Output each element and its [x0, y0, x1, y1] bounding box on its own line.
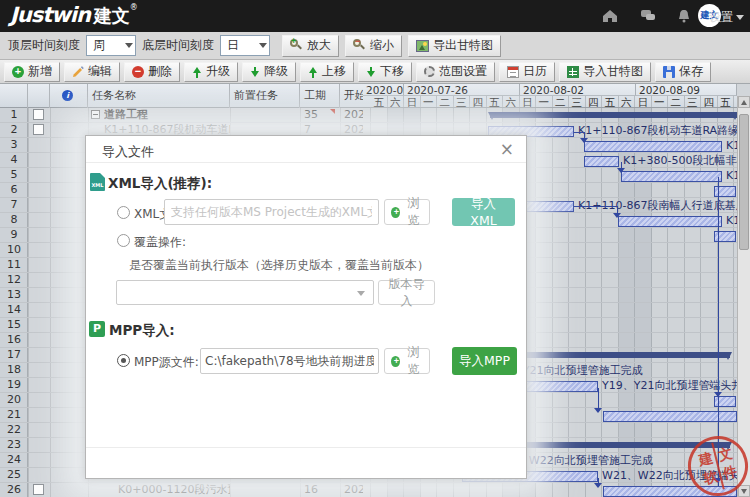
row-checkbox[interactable] [33, 484, 44, 495]
chevron-down-icon [736, 15, 744, 20]
chevron-down-icon [357, 291, 365, 296]
dependency-arrow-icon [617, 168, 625, 173]
mpp-file-radio[interactable] [117, 354, 130, 367]
gantt-bar[interactable] [584, 156, 619, 167]
version-import-button[interactable]: 版本导入 [378, 280, 435, 305]
gantt-bar[interactable] [621, 171, 722, 182]
xml-browse-button[interactable]: 浏览 [384, 199, 430, 225]
add-button[interactable]: 新增 [4, 62, 60, 82]
day-header-cell: 四 [470, 96, 487, 108]
row-number: 2 [0, 123, 28, 137]
magnifier-plus-icon: + [290, 39, 303, 52]
xml-file-radio[interactable] [117, 206, 130, 219]
row-number: 15 [0, 318, 28, 332]
delete-button[interactable]: 删除 [124, 62, 180, 82]
row-number: 1 [0, 108, 28, 122]
info-icon: i [62, 90, 73, 101]
zoom-in-button[interactable]: +放大 [282, 35, 339, 57]
close-icon[interactable]: × [500, 140, 514, 158]
export-gantt-button[interactable]: 导出甘特图 [408, 35, 501, 57]
gantt-bar[interactable] [618, 216, 722, 227]
predecessor-header: 前置任务 [230, 84, 300, 108]
row-checkbox[interactable] [33, 109, 44, 120]
app-logo: Justwin建文® [10, 3, 138, 28]
move-up-button[interactable]: 上移 [300, 62, 354, 82]
top-scale-select[interactable]: 周 [86, 35, 136, 56]
row-checkbox[interactable] [33, 124, 44, 135]
bottom-scale-select[interactable]: 日 [220, 35, 270, 56]
magnifier-minus-icon: − [353, 39, 366, 52]
gantt-grid-column [553, 108, 570, 497]
scrollbar-thumb[interactable] [739, 114, 749, 250]
overwrite-radio[interactable] [117, 234, 130, 247]
day-header-cell: 五 [371, 96, 388, 108]
notification-icon[interactable] [676, 9, 692, 23]
demote-button[interactable]: 降级 [242, 62, 296, 82]
row-number: 10 [0, 243, 28, 257]
row-number: 8 [0, 213, 28, 227]
vertical-scrollbar[interactable] [737, 96, 750, 497]
gantt-bar[interactable] [584, 141, 722, 152]
week-header-cell: 2020-08-02 [520, 84, 636, 96]
mpp-file-label: MPP源文件: [134, 354, 199, 371]
app-window: Justwin建文® 建文 设置 顶层时间刻度 周 底层时间刻度 日 +放大 −… [0, 0, 750, 497]
table-row[interactable]: 26K0+000-1120段污水预埋管井 25162020-0 [0, 483, 363, 497]
start-date-cell: 2020-7 [344, 108, 363, 122]
table-row[interactable]: 1道路工程352020-7 [0, 108, 363, 123]
collapse-toggle-icon[interactable] [91, 110, 100, 119]
note-marker-icon [330, 109, 335, 114]
scroll-down-arrow-icon[interactable] [738, 485, 750, 497]
promote-button[interactable]: 升级 [184, 62, 238, 82]
gantt-bar[interactable] [603, 411, 737, 422]
import-xml-button[interactable]: 导入XML [452, 198, 515, 226]
row-number: 13 [0, 288, 28, 302]
task-name-cell: K0+000-1120段污水预埋管井 25 [118, 483, 230, 497]
bar-label: K1+ [726, 140, 737, 152]
zoom-out-button[interactable]: −缩小 [345, 35, 402, 57]
row-number: 7 [0, 198, 28, 212]
messages-icon[interactable] [640, 9, 656, 23]
task-name-cell: 道路工程 [104, 108, 242, 122]
scroll-up-arrow-icon[interactable] [738, 96, 750, 108]
day-header-cell: 三 [569, 96, 586, 108]
day-header-cell: 一 [536, 96, 553, 108]
settings-menu[interactable]: 设置 [709, 9, 744, 26]
bar-label: K1+ [726, 215, 737, 227]
import-gantt-button[interactable]: 导入甘特图 [559, 62, 651, 82]
calendar-button[interactable]: 日历 [499, 62, 555, 82]
dependency-arrow-icon [580, 138, 588, 143]
week-header-cell: 2020-08-09 [636, 84, 737, 96]
save-button[interactable]: 保存 [655, 62, 711, 82]
mpp-file-input[interactable] [200, 348, 379, 374]
minus-circle-icon [132, 66, 144, 78]
dependency-arrow-icon [594, 483, 602, 488]
gantt-bar[interactable] [603, 486, 737, 497]
home-icon[interactable] [602, 9, 618, 23]
day-header-cell: 三 [685, 96, 702, 108]
move-down-button[interactable]: 下移 [358, 62, 412, 82]
plus-circle-icon [12, 66, 24, 78]
task-table-header: i 任务名称 前置任务 工期 开始日 [0, 84, 363, 108]
xml-file-input[interactable] [164, 199, 379, 225]
day-header-cell: 六 [503, 96, 520, 108]
plus-circle-icon [391, 356, 400, 367]
gantt-bar[interactable] [490, 112, 737, 118]
version-select[interactable] [116, 280, 374, 305]
day-header-cell: 六 [388, 96, 405, 108]
overwrite-hint: 是否覆盖当前执行版本（选择历史版本，覆盖当前版本） [129, 257, 429, 274]
import-mpp-button[interactable]: 导入MPP [452, 347, 517, 375]
row-number: 9 [0, 228, 28, 242]
bar-label: Y19、Y21向北预埋管端头井施工 [602, 380, 737, 392]
arrow-up-icon [192, 66, 202, 78]
day-header-cell: 二 [437, 96, 454, 108]
row-number: 18 [0, 363, 28, 377]
import-file-dialog: 导入文件 × XML XML导入(推荐): XML文件: 浏览 导入XML 覆盖… [85, 135, 527, 479]
divider [86, 447, 526, 448]
mpp-browse-button[interactable]: 浏览 [384, 348, 430, 374]
range-settings-button[interactable]: 范围设置 [416, 62, 495, 82]
edit-toolbar: 新增 编辑 删除 升级 降级 上移 下移 范围设置 日历 导入甘特图 保存 [0, 60, 750, 84]
day-header-cell: 六 [619, 96, 636, 108]
row-number: 4 [0, 153, 28, 167]
arrow-up-icon [308, 66, 318, 78]
edit-button[interactable]: 编辑 [64, 62, 120, 82]
